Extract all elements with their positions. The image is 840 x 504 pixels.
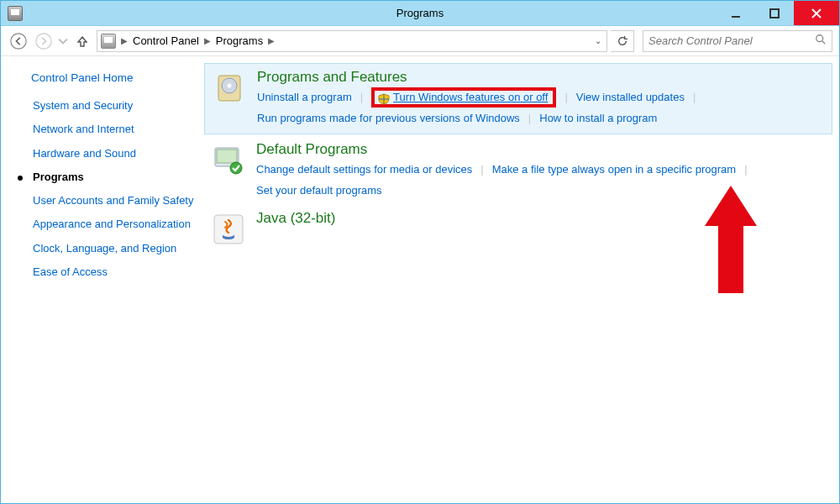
refresh-button[interactable] xyxy=(611,30,634,52)
task-view-installed-updates[interactable]: View installed updates xyxy=(576,87,685,108)
window-controls xyxy=(717,1,839,25)
category-title[interactable]: Java (32-bit) xyxy=(256,210,826,227)
task-file-type-open[interactable]: Make a file type always open in a specif… xyxy=(492,160,736,181)
category-default-programs: Default Programs Change default settings… xyxy=(211,141,826,201)
task-turn-windows-features[interactable]: Turn Windows features on or off xyxy=(393,87,548,108)
sidebar-item-user-accounts[interactable]: User Accounts and Family Safety xyxy=(31,194,197,207)
task-set-default-programs[interactable]: Set your default programs xyxy=(256,181,382,202)
search-input[interactable] xyxy=(648,34,810,47)
task-run-previous-versions[interactable]: Run programs made for previous versions … xyxy=(257,108,520,129)
java-icon xyxy=(211,212,246,247)
sidebar-item-hardware-sound[interactable]: Hardware and Sound xyxy=(31,147,197,160)
task-uninstall-program[interactable]: Uninstall a program xyxy=(257,87,352,108)
sidebar-item-system-security[interactable]: System and Security xyxy=(31,99,197,113)
svg-rect-9 xyxy=(217,150,237,163)
chevron-right-icon[interactable]: ▶ xyxy=(204,36,211,45)
sidebar-item-clock-language[interactable]: Clock, Language, and Region xyxy=(31,242,197,255)
sidebar-item-appearance[interactable]: Appearance and Personalization xyxy=(31,218,197,231)
close-button[interactable] xyxy=(794,1,839,25)
chevron-right-icon[interactable]: ▶ xyxy=(268,36,275,45)
up-button[interactable] xyxy=(71,30,93,52)
default-programs-icon xyxy=(211,143,246,178)
svg-point-10 xyxy=(230,162,242,174)
svg-rect-1 xyxy=(770,9,779,18)
sidebar-item-ease-of-access[interactable]: Ease of Access xyxy=(31,265,197,279)
task-change-default-media[interactable]: Change default settings for media or dev… xyxy=(256,160,472,181)
search-icon xyxy=(815,34,827,48)
forward-button[interactable] xyxy=(33,30,55,52)
task-divider: | xyxy=(480,160,483,181)
svg-point-4 xyxy=(816,35,823,42)
svg-point-2 xyxy=(11,33,26,48)
maximize-button[interactable] xyxy=(755,1,794,25)
task-divider: | xyxy=(564,87,567,108)
window-title: Programs xyxy=(1,7,839,19)
task-divider: | xyxy=(744,160,747,181)
svg-point-3 xyxy=(36,33,51,48)
sidebar-item-network-internet[interactable]: Network and Internet xyxy=(31,123,197,136)
breadcrumb-programs[interactable]: Programs xyxy=(216,34,263,47)
search-box[interactable] xyxy=(643,30,832,52)
task-divider: | xyxy=(360,87,363,108)
navigation-bar: ▶ Control Panel ▶ Programs ▶ ⌄ xyxy=(1,26,839,56)
window-titlebar: Programs xyxy=(1,1,839,26)
uac-shield-icon xyxy=(378,92,390,103)
task-divider: | xyxy=(693,87,696,108)
content-area: Control Panel Home System and Security N… xyxy=(1,56,839,504)
sidebar-item-programs[interactable]: Programs xyxy=(31,171,197,184)
svg-rect-0 xyxy=(732,16,740,18)
task-how-to-install[interactable]: How to install a program xyxy=(539,108,657,129)
task-divider: | xyxy=(528,108,531,129)
category-programs-features: Programs and Features Uninstall a progra… xyxy=(204,63,832,134)
control-panel-home-link[interactable]: Control Panel Home xyxy=(31,71,197,84)
control-panel-icon xyxy=(101,34,116,49)
sidebar: Control Panel Home System and Security N… xyxy=(1,56,206,504)
svg-point-7 xyxy=(228,84,232,88)
chevron-right-icon[interactable]: ▶ xyxy=(121,36,128,45)
annotation-highlight-box: Turn Windows features on or off xyxy=(371,87,556,108)
breadcrumb-control-panel[interactable]: Control Panel xyxy=(133,34,199,47)
category-java: Java (32-bit) xyxy=(211,210,826,247)
recent-locations-chevron[interactable] xyxy=(58,30,68,52)
category-title[interactable]: Default Programs xyxy=(256,141,826,158)
address-bar[interactable]: ▶ Control Panel ▶ Programs ▶ ⌄ xyxy=(97,30,607,52)
minimize-button[interactable] xyxy=(717,1,755,25)
back-button[interactable] xyxy=(8,30,29,52)
category-title[interactable]: Programs and Features xyxy=(257,69,825,86)
main-panel: Programs and Features Uninstall a progra… xyxy=(206,56,839,504)
window-app-icon xyxy=(8,6,23,21)
address-dropdown-chevron[interactable]: ⌄ xyxy=(595,36,601,45)
programs-features-icon xyxy=(212,71,247,106)
